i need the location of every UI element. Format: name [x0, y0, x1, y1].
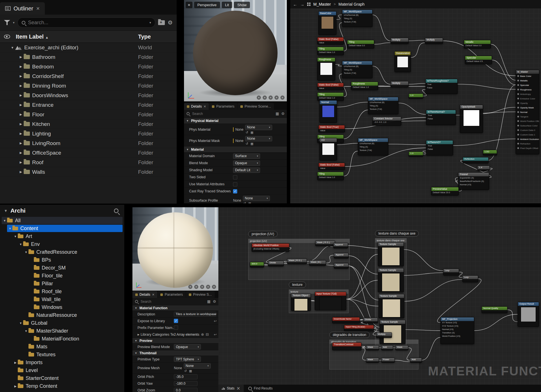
caret-right-icon[interactable]: ▶: [18, 132, 24, 135]
graph-node[interactable]: Multiply: [391, 81, 409, 87]
checkbox[interactable]: ✓: [174, 319, 178, 323]
caret-down-icon[interactable]: ▼: [4, 209, 8, 213]
graph-node[interactable]: Texture Sample: [378, 294, 404, 318]
filter-icon[interactable]: [4, 20, 10, 25]
dropdown[interactable]: TPT Sphere▾: [174, 357, 201, 362]
caret-right-icon[interactable]: ▶: [18, 122, 24, 126]
tab-parameters[interactable]: Parameters: [209, 103, 237, 110]
outliner-row[interactable]: ▼Exercise_archi (Editor)World: [0, 43, 177, 52]
graph-node[interactable]: Static Bool (False)Value: [317, 37, 344, 44]
tree-item-env[interactable]: ▼Env: [0, 240, 124, 248]
use-selected-asset-icon[interactable]: ↺: [246, 142, 248, 146]
add-element-icon[interactable]: ⊕: [201, 332, 204, 337]
caret-right-icon[interactable]: ▶: [18, 141, 24, 145]
find-results[interactable]: Find Results: [248, 386, 273, 390]
tree-item-startercontent[interactable]: StarterContent: [0, 374, 124, 382]
dropdown[interactable]: None▾: [243, 196, 270, 201]
graph-node[interactable]: Mask: [366, 358, 379, 363]
graph-node[interactable]: Input Texture (T2d): [315, 292, 346, 310]
graph-node[interactable]: MF_WorldSpaceUVs/Normal (B)Tiling (S)Tex…: [368, 97, 398, 114]
use-selected-asset-icon[interactable]: ↺: [246, 131, 248, 134]
graph-node[interactable]: M_MasterBase ColorMetallicSpecularRoughn…: [516, 70, 539, 154]
graph-node[interactable]: 1.4: [477, 166, 490, 171]
tree-item-level[interactable]: Level: [0, 366, 124, 374]
caret-right-icon[interactable]: ▶: [18, 84, 24, 88]
viewport-control-icon[interactable]: [200, 285, 204, 289]
section-header[interactable]: ▼Thumbnail: [132, 350, 218, 356]
graph-node[interactable]: Divide: [363, 318, 378, 323]
graph-node[interactable]: Divide: [268, 261, 284, 266]
graph-node[interactable]: PreviewValueDefault Value 20.0: [431, 187, 459, 195]
graph-node[interactable]: Texture Sample: [378, 268, 404, 292]
graph-node[interactable]: Texture Sample: [378, 242, 404, 266]
tree-item-mastershader[interactable]: ▼MasterShader: [0, 327, 124, 335]
graph-node[interactable]: Absolute World Position(Excluding Materi…: [252, 243, 289, 252]
comment-bubble[interactable]: dégradés de transition: [329, 332, 370, 338]
dropdown[interactable]: None▾: [245, 125, 272, 130]
graph-node[interactable]: 300.0: [250, 262, 264, 268]
tab-details[interactable]: Details✕: [184, 103, 209, 110]
tree-item-windows[interactable]: Windows: [0, 303, 124, 311]
search-input[interactable]: Search... ▾: [17, 17, 156, 28]
graph-node[interactable]: Multiply: [391, 38, 409, 44]
checkbox[interactable]: [174, 326, 178, 330]
caret-down-icon[interactable]: ▼: [24, 329, 28, 333]
graph-node[interactable]: Static Bool (True)Value: [318, 125, 345, 132]
details-search[interactable]: Search▦⚙: [132, 298, 218, 305]
viewport-control-icon[interactable]: [263, 95, 267, 100]
browse-asset-icon[interactable]: ▦: [189, 369, 192, 373]
graph-node[interactable]: DownScale factor: [332, 317, 360, 323]
function-preview-sphere[interactable]: [138, 212, 213, 288]
outliner-row[interactable]: ▶BathroomFolder: [0, 52, 177, 62]
tab-parameters[interactable]: Parameters: [158, 291, 186, 298]
outliner-row[interactable]: ▶WallsFolder: [0, 167, 177, 177]
back-icon[interactable]: ←: [293, 2, 297, 7]
tree-item-naturalressource[interactable]: NaturalRessource: [0, 311, 124, 319]
tree-item-all[interactable]: ▼All: [0, 217, 124, 224]
comment-bubble[interactable]: texture: [289, 282, 306, 288]
graph-node[interactable]: MF_ProjectionXY Texture (V3)XYZ Texture …: [440, 317, 474, 344]
viewport-control-icon[interactable]: [206, 285, 210, 289]
graph-node[interactable]: Add: [381, 345, 393, 350]
graph-node[interactable]: MetallicDefault Value 0.0: [464, 40, 491, 48]
menu-icon[interactable]: ≡: [186, 2, 192, 8]
close-icon[interactable]: ✕: [36, 6, 40, 11]
graph-node[interactable]: Mask ( R G ): [315, 240, 335, 246]
outliner-row[interactable]: ▶CorridorShelfFolder: [0, 72, 177, 81]
tree-item-textures[interactable]: Textures: [0, 351, 124, 358]
tab-stats[interactable]: Stats ✕: [218, 385, 244, 392]
tab-preview-s-[interactable]: Preview S...: [186, 291, 215, 298]
graph-node[interactable]: FresnelExponentIn (S)BaseReflectFraction…: [458, 172, 489, 190]
graph-node[interactable]: Append: [334, 253, 349, 259]
graph-node[interactable]: MF_WorldSpaceUVs/Normal (B)Tiling (S)Tex…: [342, 10, 373, 27]
caret-down-icon[interactable]: ▼: [18, 322, 23, 325]
viewport-control-icon[interactable]: [280, 95, 285, 100]
graph-node[interactable]: Mask ( B ): [309, 260, 326, 266]
use-selected-asset-icon[interactable]: ↺: [243, 202, 246, 204]
material-preview-sphere[interactable]: [193, 11, 278, 95]
section-header[interactable]: ▼Material Function: [132, 305, 218, 311]
graph-node[interactable]: Normal: [320, 100, 337, 123]
graph-node[interactable]: Roughness: [317, 57, 335, 81]
viewport-control-icon[interactable]: [269, 95, 273, 100]
caret-down-icon[interactable]: ▼: [13, 235, 18, 238]
caret-down-icon[interactable]: ▼: [8, 227, 12, 230]
caret-right-icon[interactable]: ▶: [18, 93, 24, 97]
grid-icon[interactable]: ▦: [207, 299, 210, 304]
dropdown[interactable]: Default Lit▾: [233, 168, 260, 173]
caret-right-icon[interactable]: ▶: [18, 151, 24, 155]
function-preview-viewport[interactable]: [132, 207, 218, 291]
graph-node[interactable]: TilingDefault Value 1.0: [317, 172, 344, 180]
graph-node[interactable]: 1.0: [409, 152, 423, 157]
tree-item-temp-content[interactable]: ▶Temp Content: [0, 382, 124, 390]
perspective-button[interactable]: Perspective: [194, 2, 220, 8]
caret-right-icon[interactable]: ▶: [13, 361, 18, 364]
section-header[interactable]: ▼Material: [184, 146, 287, 153]
outliner-row[interactable]: ▶LivingRoomFolder: [0, 139, 177, 148]
tree-item-imports[interactable]: ▶Imports: [0, 358, 124, 366]
dropdown[interactable]: Opaque▾: [233, 161, 260, 166]
close-icon[interactable]: ✕: [203, 105, 206, 108]
graph-node[interactable]: Reflection: [463, 157, 489, 163]
graph-node[interactable]: IsThereAO?TrueFalse: [426, 140, 453, 155]
caret-right-icon[interactable]: ▶: [18, 103, 24, 107]
